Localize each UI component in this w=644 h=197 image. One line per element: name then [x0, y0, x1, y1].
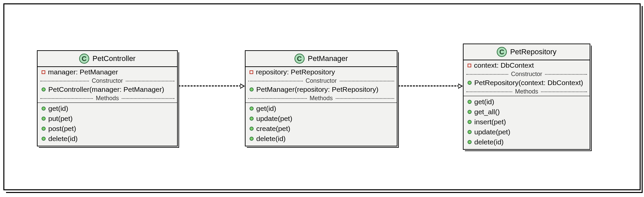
- class-header: CPetManager: [246, 51, 397, 67]
- visibility-public-icon: [42, 117, 46, 121]
- visibility-public-icon: [468, 120, 472, 124]
- attribute-row: repository: PetRepository: [246, 67, 397, 77]
- divider: [464, 96, 590, 96]
- visibility-public-icon: [250, 137, 254, 141]
- class-pet-repository[interactable]: CPetRepositorycontext: DbContextConstruc…: [463, 44, 590, 150]
- attribute-row: context: DbContext: [464, 60, 590, 70]
- class-stereotype-icon: C: [79, 54, 89, 64]
- visibility-public-icon: [468, 81, 472, 85]
- method-row: update(pet): [246, 114, 397, 124]
- method-text: insert(pet): [474, 118, 506, 126]
- uml-diagram: CPetControllermanager: PetManagerConstru…: [0, 0, 644, 197]
- section-separator: Methods: [464, 88, 590, 95]
- method-row: delete(id): [246, 134, 397, 144]
- class-header: CPetController: [38, 51, 177, 67]
- attribute-text: repository: PetRepository: [256, 68, 335, 76]
- attribute-row: manager: PetManager: [38, 67, 177, 77]
- visibility-public-icon: [250, 107, 254, 111]
- method-row: get(id): [246, 104, 397, 114]
- visibility-public-icon: [468, 130, 472, 134]
- method-text: get(id): [256, 105, 276, 113]
- methods-section-label: Methods: [307, 95, 335, 102]
- visibility-private-icon: [468, 64, 471, 67]
- section-separator: Constructor: [246, 77, 397, 84]
- attribute-text: context: DbContext: [474, 61, 534, 69]
- method-text: delete(id): [48, 135, 78, 143]
- method-text: get(id): [474, 98, 494, 106]
- method-text: update(pet): [474, 128, 510, 136]
- section-separator: Constructor: [38, 77, 177, 84]
- method-text: delete(id): [256, 135, 286, 143]
- constructor-section-label: Constructor: [508, 71, 545, 78]
- visibility-public-icon: [250, 87, 254, 91]
- method-text: create(pet): [256, 125, 290, 133]
- class-header: CPetRepository: [464, 44, 590, 60]
- constructor-row: PetRepository(context: DbContext): [464, 78, 590, 88]
- visibility-public-icon: [42, 107, 46, 111]
- visibility-private-icon: [42, 70, 45, 74]
- visibility-public-icon: [42, 137, 46, 141]
- association-pet-controller-to-pet-manager: [178, 85, 244, 86]
- method-row: delete(id): [464, 137, 590, 147]
- method-text: get(id): [48, 105, 68, 113]
- section-separator: Constructor: [464, 70, 590, 78]
- method-row: insert(pet): [464, 117, 590, 127]
- section-separator: Methods: [38, 94, 177, 102]
- constructor-row: PetController(manager: PetManager): [38, 84, 177, 94]
- method-text: get_all(): [474, 108, 500, 116]
- class-name: PetRepository: [510, 48, 556, 56]
- visibility-public-icon: [42, 127, 46, 131]
- method-row: update(pet): [464, 127, 590, 137]
- method-row: put(pet): [38, 114, 177, 124]
- method-text: post(pet): [48, 125, 76, 133]
- class-pet-controller[interactable]: CPetControllermanager: PetManagerConstru…: [37, 50, 178, 146]
- class-name: PetController: [93, 54, 136, 63]
- visibility-public-icon: [468, 100, 472, 104]
- method-row: get(id): [38, 104, 177, 114]
- class-name: PetManager: [308, 54, 348, 63]
- section-separator: Methods: [246, 94, 397, 102]
- constructor-text: PetRepository(context: DbContext): [474, 79, 583, 87]
- constructor-text: PetManager(repository: PetRepository): [256, 85, 378, 93]
- method-text: update(pet): [256, 115, 292, 123]
- visibility-private-icon: [250, 70, 253, 74]
- association-pet-manager-to-pet-repository: [398, 85, 462, 86]
- visibility-public-icon: [42, 87, 46, 91]
- divider: [246, 103, 397, 103]
- method-row: get(id): [464, 97, 590, 107]
- attribute-text: manager: PetManager: [48, 68, 118, 76]
- visibility-public-icon: [468, 110, 472, 114]
- class-stereotype-icon: C: [294, 54, 305, 64]
- method-row: create(pet): [246, 124, 397, 134]
- method-text: put(pet): [48, 115, 72, 123]
- class-stereotype-icon: C: [497, 47, 507, 57]
- visibility-public-icon: [468, 140, 472, 144]
- visibility-public-icon: [250, 127, 254, 131]
- method-text: delete(id): [474, 138, 504, 146]
- divider: [38, 103, 177, 103]
- method-row: get_all(): [464, 107, 590, 117]
- methods-section-label: Methods: [512, 88, 541, 95]
- method-row: delete(id): [38, 134, 177, 144]
- methods-section-label: Methods: [93, 95, 121, 102]
- visibility-public-icon: [250, 117, 254, 121]
- arrowhead-icon: [240, 83, 245, 89]
- class-pet-manager[interactable]: CPetManagerrepository: PetRepositoryCons…: [245, 50, 397, 146]
- constructor-section-label: Constructor: [89, 77, 125, 84]
- constructor-section-label: Constructor: [303, 77, 339, 84]
- constructor-text: PetController(manager: PetManager): [48, 85, 164, 93]
- arrowhead-icon: [458, 83, 463, 89]
- method-row: post(pet): [38, 124, 177, 134]
- constructor-row: PetManager(repository: PetRepository): [246, 84, 397, 94]
